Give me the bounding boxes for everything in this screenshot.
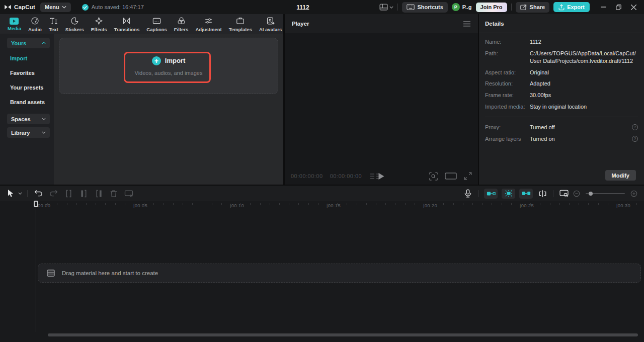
sidebar-item-spaces[interactable]: Spaces xyxy=(7,114,50,124)
timeline-zoom-in-button[interactable] xyxy=(629,188,639,199)
player-menu-icon[interactable] xyxy=(463,21,471,27)
layout-switch-icon[interactable] xyxy=(379,4,393,11)
shortcuts-button[interactable]: Shortcuts xyxy=(402,2,447,13)
minimize-button[interactable] xyxy=(597,2,610,13)
join-pro-button[interactable]: Join Pro xyxy=(476,3,507,12)
ruler-tick xyxy=(415,203,415,205)
select-tool-dropdown[interactable] xyxy=(16,188,24,199)
tab-audio[interactable]: Audio xyxy=(25,14,45,34)
chevron-down-icon xyxy=(42,131,46,134)
timeline-view-options-button[interactable] xyxy=(556,188,572,199)
delete-left-button[interactable] xyxy=(76,188,91,199)
link-clips-toggle[interactable] xyxy=(519,189,533,199)
horizontal-scrollbar[interactable] xyxy=(48,333,638,336)
timeline-section: 00:00 |00:05 |00:10 |00:15 |00:20 |00:25… xyxy=(0,186,644,342)
adjustment-icon xyxy=(204,16,213,26)
play-button[interactable] xyxy=(378,173,385,180)
ruler-tick xyxy=(57,203,57,205)
autosave-check-icon xyxy=(82,4,89,11)
ruler-tick xyxy=(153,203,154,205)
divider xyxy=(478,190,479,197)
timeline-view-icon xyxy=(559,190,569,197)
ruler-tick xyxy=(164,203,164,205)
tab-ai-avatars[interactable]: AI avatars xyxy=(256,14,285,34)
zoom-out-icon xyxy=(573,190,580,197)
text-icon xyxy=(49,16,58,26)
tab-transitions[interactable]: Transitions xyxy=(111,14,143,34)
menu-button[interactable]: Menu xyxy=(40,3,71,12)
sidebar-item-yours[interactable]: Yours xyxy=(7,38,50,48)
capcut-logo-icon xyxy=(4,4,12,11)
logo-text: CapCut xyxy=(14,4,35,10)
ruler-tick xyxy=(395,203,395,205)
detail-row-path: Path: C:/Users/TOPGUS/AppData/Local/CapC… xyxy=(485,50,638,65)
divider xyxy=(511,4,512,11)
sidebar-item-favorites[interactable]: Favorites xyxy=(0,66,54,80)
arrange-layers-help-icon[interactable]: ? xyxy=(632,136,638,142)
restore-button[interactable] xyxy=(612,2,625,13)
tab-stickers[interactable]: Stickers xyxy=(62,14,88,34)
split-button[interactable] xyxy=(61,188,76,199)
undo-button[interactable] xyxy=(31,188,46,199)
proxy-help-icon[interactable]: ? xyxy=(632,124,638,130)
import-dropzone[interactable]: + Import Videos, audios, and images xyxy=(59,38,278,94)
auto-snap-toggle[interactable] xyxy=(502,189,515,199)
redo-icon xyxy=(49,190,58,197)
ruler-tick xyxy=(289,203,289,205)
modify-button[interactable]: Modify xyxy=(605,170,636,181)
ruler-tick xyxy=(308,203,309,205)
aspect-ratio-icon[interactable] xyxy=(445,173,457,180)
ruler-tick xyxy=(511,203,512,205)
ruler-tick xyxy=(86,203,87,205)
tab-effects[interactable]: Effects xyxy=(88,14,111,34)
stickers-icon xyxy=(70,16,79,26)
timecode-current: 00:00:00:00 xyxy=(291,173,323,179)
preview-axis-button[interactable] xyxy=(535,188,550,199)
details-title: Details xyxy=(485,21,504,27)
main-track-magnet-toggle[interactable] xyxy=(484,189,498,199)
tab-captions[interactable]: Captions xyxy=(143,14,171,34)
delete-right-icon xyxy=(95,190,103,198)
sidebar-item-your-presets[interactable]: Your presets xyxy=(0,80,54,95)
detail-row-imported-media: Imported media: Stay in original locatio… xyxy=(485,103,638,111)
delete-button[interactable] xyxy=(106,188,121,199)
record-voiceover-button[interactable] xyxy=(460,188,475,199)
fullscreen-icon[interactable] xyxy=(464,172,472,180)
close-button[interactable] xyxy=(627,2,640,13)
ruler-tick xyxy=(492,203,492,205)
transitions-icon xyxy=(122,16,131,26)
sidebar-item-library[interactable]: Library xyxy=(7,127,50,138)
sidebar-item-import[interactable]: Import xyxy=(0,51,54,66)
zoom-fit-icon[interactable] xyxy=(429,172,438,181)
account-chip[interactable]: P P..g xyxy=(452,3,472,11)
detail-row-arrange-layers: Arrange layers Turned on ? xyxy=(485,135,638,143)
autosave-status: Auto saved: 16:47:17 xyxy=(82,4,144,11)
tab-adjustment[interactable]: Adjustment xyxy=(192,14,225,34)
tab-media[interactable]: Media xyxy=(4,14,25,34)
import-subtitle: Videos, audios, and images xyxy=(135,70,203,76)
timeline-ruler[interactable]: 00:00 |00:05 |00:10 |00:15 |00:20 |00:25… xyxy=(0,201,644,210)
import-title: Import xyxy=(165,57,185,64)
timeline-zoom-out-button[interactable] xyxy=(572,188,582,199)
tab-filters[interactable]: Filters xyxy=(171,14,192,34)
ruler-tick xyxy=(357,203,357,205)
ruler-tick xyxy=(105,203,106,205)
share-button[interactable]: Share xyxy=(516,2,550,13)
tab-text[interactable]: Text xyxy=(45,14,62,34)
timeline-zoom-slider[interactable] xyxy=(586,193,625,194)
ruler-tick xyxy=(405,203,406,205)
sidebar-item-brand-assets[interactable]: Brand assets xyxy=(0,95,54,110)
export-button[interactable]: Export xyxy=(553,2,590,12)
select-tool-button[interactable] xyxy=(4,188,16,199)
cursor-icon xyxy=(7,189,14,198)
ruler-tick xyxy=(608,203,608,205)
media-sidebar: Yours Import Favorites Your presets Bran… xyxy=(0,34,54,185)
mute-clip-button[interactable] xyxy=(121,188,136,199)
delete-right-button[interactable] xyxy=(91,188,106,199)
timecode-total: 00:00:00:00 xyxy=(330,173,362,179)
tab-templates[interactable]: Templates xyxy=(225,14,256,34)
redo-button[interactable] xyxy=(46,188,61,199)
zoom-slider-handle[interactable] xyxy=(589,192,593,196)
capcut-logo: CapCut xyxy=(0,4,40,11)
main-track-dropzone[interactable]: Drag material here and start to create xyxy=(38,264,641,283)
